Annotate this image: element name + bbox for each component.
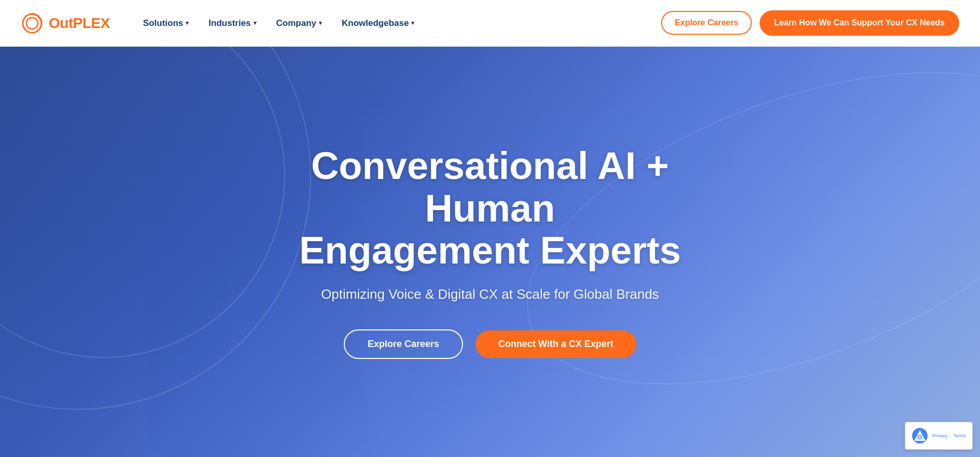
- logo-icon: [21, 12, 44, 35]
- nav-buttons: Explore Careers Learn How We Can Support…: [661, 10, 959, 36]
- nav-company[interactable]: Company ▾: [269, 14, 329, 33]
- recaptcha-logo-icon: [912, 427, 928, 444]
- svg-point-1: [26, 18, 38, 29]
- hero-buttons: Explore Careers Connect With a CX Expert: [257, 329, 723, 359]
- logo[interactable]: OutPLEX: [21, 12, 110, 35]
- chevron-down-icon: ▾: [319, 20, 322, 26]
- recaptcha-links: Privacy - Terms: [932, 433, 966, 438]
- nav-learn-button[interactable]: Learn How We Can Support Your CX Needs: [760, 10, 959, 36]
- chevron-down-icon: ▾: [411, 20, 414, 26]
- nav-solutions[interactable]: Solutions ▾: [136, 14, 196, 33]
- chevron-down-icon: ▾: [186, 20, 189, 26]
- hero-explore-careers-button[interactable]: Explore Careers: [344, 329, 463, 359]
- hero-subtitle: Optimizing Voice & Digital CX at Scale f…: [257, 286, 723, 302]
- hero-section: Conversational AI + Human Engagement Exp…: [0, 47, 980, 457]
- hero-content: Conversational AI + Human Engagement Exp…: [236, 145, 744, 358]
- hero-connect-button[interactable]: Connect With a CX Expert: [475, 330, 636, 358]
- nav-links: Solutions ▾ Industries ▾ Company ▾ Knowl…: [136, 14, 661, 33]
- recaptcha-terms[interactable]: Terms: [954, 433, 967, 438]
- nav-explore-careers-button[interactable]: Explore Careers: [661, 11, 752, 35]
- recaptcha-separator: -: [950, 433, 951, 438]
- nav-knowledgebase[interactable]: Knowledgebase ▾: [334, 14, 422, 33]
- logo-text: OutPLEX: [49, 15, 110, 32]
- svg-point-4: [918, 436, 921, 439]
- hero-title: Conversational AI + Human Engagement Exp…: [257, 145, 723, 271]
- recaptcha-privacy[interactable]: Privacy: [932, 433, 948, 438]
- recaptcha-badge: Privacy - Terms: [905, 422, 973, 450]
- recaptcha-text: Privacy - Terms: [932, 433, 966, 438]
- navbar: OutPLEX Solutions ▾ Industries ▾ Company…: [0, 0, 980, 47]
- chevron-down-icon: ▾: [254, 20, 257, 26]
- nav-industries[interactable]: Industries ▾: [201, 14, 263, 33]
